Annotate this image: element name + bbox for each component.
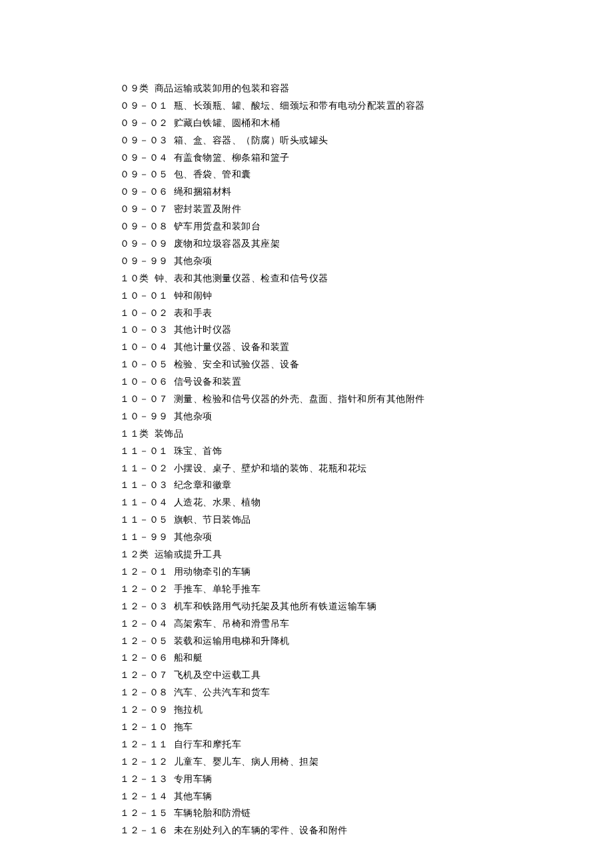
classification-code: １２－１５ xyxy=(120,808,169,818)
classification-text: 手推车、单轮手推车 xyxy=(174,584,261,594)
classification-code: １０－０１ xyxy=(120,291,169,301)
classification-text: 商品运输或装卸用的包装和容器 xyxy=(155,83,290,93)
classification-text: 船和艇 xyxy=(174,653,203,663)
classification-code: １１－０４ xyxy=(120,497,169,507)
classification-line: ０９－０５ 包、香袋、管和囊 xyxy=(120,166,613,183)
classification-line: １２－１１ 自行车和摩托车 xyxy=(120,736,613,753)
classification-line: １２－１０ 拖车 xyxy=(120,719,613,736)
classification-text: 废物和垃圾容器及其座架 xyxy=(174,239,281,249)
classification-code: １２－０３ xyxy=(120,601,169,611)
classification-line: ０９－９９ 其他杂项 xyxy=(120,253,613,270)
classification-code: １２－１４ xyxy=(120,791,169,801)
classification-text: 人造花、水果、植物 xyxy=(174,497,261,507)
classification-text: 旗帜、节日装饰品 xyxy=(174,515,251,525)
classification-code: １０－０７ xyxy=(120,394,169,404)
classification-line: １０－０１ 钟和闹钟 xyxy=(120,287,613,305)
classification-code: ０９－９９ xyxy=(120,256,169,266)
classification-text: 装载和运输用电梯和升降机 xyxy=(174,636,290,646)
document-content: ０９类 商品运输或装卸用的包装和容器０９－０１ 瓶、长颈瓶、罐、酸坛、细颈坛和带… xyxy=(120,80,613,839)
classification-code: ０９类 xyxy=(120,83,149,93)
classification-text: 表和手表 xyxy=(174,308,213,318)
classification-line: １０－０３ 其他计时仪器 xyxy=(120,321,613,339)
classification-line: ０９－０９ 废物和垃圾容器及其座架 xyxy=(120,235,613,253)
classification-text: 包、香袋、管和囊 xyxy=(174,169,251,179)
classification-text: 检验、安全和试验仪器、设备 xyxy=(174,359,300,369)
classification-code: １０－０２ xyxy=(120,308,169,318)
classification-text: 机车和铁路用气动托架及其他所有铁道运输车辆 xyxy=(174,601,377,611)
classification-text: 贮藏白铁罐、圆桶和木桶 xyxy=(174,118,281,128)
classification-code: ０９－０７ xyxy=(120,204,169,214)
classification-text: 纪念章和徽章 xyxy=(174,480,232,490)
classification-text: 珠宝、首饰 xyxy=(174,446,223,456)
classification-line: １２－０８ 汽车、公共汽车和货车 xyxy=(120,684,613,701)
classification-code: ０９－０１ xyxy=(120,101,169,111)
classification-code: １２－０４ xyxy=(120,619,169,629)
classification-line: １１－０１ 珠宝、首饰 xyxy=(120,443,613,460)
classification-line: １２－０１ 用动物牵引的车辆 xyxy=(120,563,613,581)
classification-text: 高架索车、吊椅和滑雪吊车 xyxy=(174,619,290,629)
classification-line: １０－０７ 测量、检验和信号仪器的外壳、盘面、指针和所有其他附件 xyxy=(120,391,613,408)
classification-line: ０９－０６ 绳和捆箱材料 xyxy=(120,183,613,201)
classification-text: 有盖食物篮、柳条箱和篮子 xyxy=(174,153,290,163)
classification-text: 装饰品 xyxy=(155,429,184,439)
classification-line: １１－０５ 旗帜、节日装饰品 xyxy=(120,511,613,529)
classification-text: 其他杂项 xyxy=(174,256,213,266)
classification-code: １２－０９ xyxy=(120,705,169,715)
classification-code: １２－１１ xyxy=(120,739,169,749)
classification-text: 飞机及空中运载工具 xyxy=(174,670,261,680)
classification-text: 其他杂项 xyxy=(174,411,213,421)
classification-line: １１类 装饰品 xyxy=(120,425,613,443)
classification-code: １２－０８ xyxy=(120,687,169,697)
classification-text: 专用车辆 xyxy=(174,774,213,784)
classification-line: １２－０９ 拖拉机 xyxy=(120,701,613,719)
classification-text: 未在别处列入的车辆的零件、设备和附件 xyxy=(174,825,348,835)
classification-code: １１－０５ xyxy=(120,515,169,525)
classification-code: ０９－０３ xyxy=(120,135,169,145)
classification-text: 用动物牵引的车辆 xyxy=(174,567,251,577)
classification-text: 箱、盒、容器、（防腐）听头或罐头 xyxy=(174,135,328,145)
classification-line: １２－０２ 手推车、单轮手推车 xyxy=(120,581,613,598)
classification-code: １２－０１ xyxy=(120,567,169,577)
classification-code: １１－９９ xyxy=(120,532,169,542)
classification-line: １０－０５ 检验、安全和试验仪器、设备 xyxy=(120,356,613,373)
classification-code: １０类 xyxy=(120,273,149,283)
classification-line: １２－０６ 船和艇 xyxy=(120,649,613,667)
classification-code: １２－１０ xyxy=(120,722,169,732)
classification-text: 绳和捆箱材料 xyxy=(174,187,232,197)
classification-line: １２－０７ 飞机及空中运载工具 xyxy=(120,667,613,684)
classification-line: １０－０２ 表和手表 xyxy=(120,305,613,322)
classification-text: 拖拉机 xyxy=(174,705,203,715)
classification-line: １０－０４ 其他计量仪器、设备和装置 xyxy=(120,339,613,356)
classification-text: 信号设备和装置 xyxy=(174,377,242,387)
classification-code: ０９－０８ xyxy=(120,221,169,231)
classification-code: １２－０６ xyxy=(120,653,169,663)
classification-line: １２－１４ 其他车辆 xyxy=(120,788,613,805)
classification-line: １１－９９ 其他杂项 xyxy=(120,529,613,546)
classification-line: ０９－０７ 密封装置及附件 xyxy=(120,201,613,218)
classification-code: １１－０１ xyxy=(120,446,169,456)
classification-code: １０－０４ xyxy=(120,342,169,352)
classification-line: ０９类 商品运输或装卸用的包装和容器 xyxy=(120,80,613,97)
classification-line: １０－０６ 信号设备和装置 xyxy=(120,373,613,391)
classification-text: 其他计时仪器 xyxy=(174,325,232,335)
classification-code: １０－０５ xyxy=(120,359,169,369)
classification-text: 小摆设、桌子、壁炉和墙的装饰、花瓶和花坛 xyxy=(174,463,367,473)
classification-line: １２类 运输或提升工具 xyxy=(120,546,613,563)
classification-line: １１－０３ 纪念章和徽章 xyxy=(120,477,613,494)
classification-line: １２－０３ 机车和铁路用气动托架及其他所有铁道运输车辆 xyxy=(120,598,613,615)
classification-line: １０类 钟、表和其他测量仪器、检查和信号仪器 xyxy=(120,270,613,287)
classification-code: １２－１２ xyxy=(120,757,169,767)
classification-code: １１－０３ xyxy=(120,480,169,490)
classification-code: １０－０３ xyxy=(120,325,169,335)
classification-text: 汽车、公共汽车和货车 xyxy=(174,687,271,697)
classification-code: １１类 xyxy=(120,429,149,439)
classification-code: １２－０２ xyxy=(120,584,169,594)
classification-code: １２－０７ xyxy=(120,670,169,680)
classification-text: 密封装置及附件 xyxy=(174,204,242,214)
classification-text: 铲车用货盘和装卸台 xyxy=(174,221,261,231)
classification-text: 运输或提升工具 xyxy=(155,549,223,559)
classification-code: ０９－０９ xyxy=(120,239,169,249)
classification-text: 瓶、长颈瓶、罐、酸坛、细颈坛和带有电动分配装置的容器 xyxy=(174,101,425,111)
classification-code: ０９－０４ xyxy=(120,153,169,163)
classification-code: １２－０５ xyxy=(120,636,169,646)
